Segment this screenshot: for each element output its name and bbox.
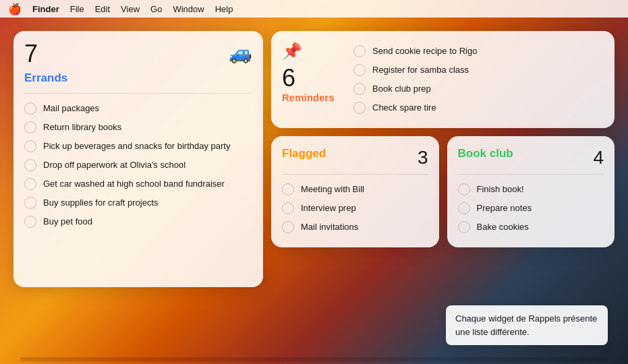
list-item: Finish book! <box>458 180 604 199</box>
flagged-header: Flagged 3 <box>282 147 428 169</box>
flagged-widget: Flagged 3 Meeting with Bill Interview pr… <box>271 136 439 247</box>
task-label: Meeting with Bill <box>301 184 364 195</box>
task-label: Prepare notes <box>477 203 532 214</box>
reminders-count: 6 <box>282 66 295 90</box>
list-item: Buy pet food <box>24 212 252 231</box>
task-checkbox[interactable] <box>24 197 36 209</box>
bookclub-count: 4 <box>593 147 604 169</box>
bottom-row: Flagged 3 Meeting with Bill Interview pr… <box>271 136 615 247</box>
menubar-edit[interactable]: Edit <box>95 4 110 14</box>
list-item: Return library books <box>24 118 252 137</box>
task-label: Get car washed at high school band fundr… <box>43 179 225 190</box>
pin-icon: 📌 <box>282 42 302 61</box>
list-item: Prepare notes <box>458 199 604 218</box>
list-item: Mail packages <box>24 99 252 118</box>
task-checkbox[interactable] <box>24 216 36 228</box>
task-label: Buy supplies for craft projects <box>43 198 159 209</box>
errands-divider <box>24 93 252 94</box>
task-label: Buy pet food <box>43 216 92 228</box>
menubar-file[interactable]: File <box>70 4 84 14</box>
task-checkbox[interactable] <box>458 221 470 233</box>
errands-count: 7 <box>24 42 38 66</box>
errands-header: 7 🚙 <box>24 42 252 66</box>
list-item: Mail invitations <box>282 218 428 237</box>
errands-icon: 🚙 <box>229 42 252 64</box>
task-label: Check spare tire <box>372 102 436 114</box>
menubar: 🍎 Finder File Edit View Go Window Help <box>0 0 628 18</box>
scroll-indicator[interactable] <box>20 357 608 361</box>
task-label: Bake cookies <box>477 222 529 233</box>
list-item: Drop off paperwork at Olivia's school <box>24 156 252 175</box>
list-item: Bake cookies <box>458 218 604 237</box>
task-checkbox[interactable] <box>282 221 294 233</box>
task-checkbox[interactable] <box>353 64 366 76</box>
bookclub-header: Book club 4 <box>458 147 604 169</box>
errands-widget: 7 🚙 Errands Mail packages Return library… <box>13 31 263 287</box>
apple-menu[interactable]: 🍎 <box>8 3 22 16</box>
task-label: Finish book! <box>477 184 524 195</box>
errands-title: Errands <box>24 71 252 85</box>
task-label: Interview prep <box>301 203 356 214</box>
task-label: Mail packages <box>43 103 99 115</box>
bookclub-widget: Book club 4 Finish book! Prepare notes B… <box>447 136 615 247</box>
menubar-view[interactable]: View <box>121 4 140 14</box>
list-item: Send cookie recipe to Rigo <box>353 42 604 61</box>
task-checkbox[interactable] <box>353 83 366 95</box>
task-checkbox[interactable] <box>24 121 36 133</box>
reminders-left: 📌 6 Reminders <box>282 42 343 111</box>
desktop-content: 7 🚙 Errands Mail packages Return library… <box>0 18 628 364</box>
task-checkbox[interactable] <box>24 159 36 171</box>
right-column: 📌 6 Reminders Send cookie recipe to Rigo… <box>271 31 615 247</box>
flagged-title: Flagged <box>282 147 326 160</box>
bookclub-divider <box>458 174 604 175</box>
task-checkbox[interactable] <box>24 140 36 152</box>
task-checkbox[interactable] <box>458 202 470 214</box>
reminders-title: Reminders <box>282 92 335 103</box>
task-checkbox[interactable] <box>24 178 36 190</box>
task-label: Book club prep <box>372 84 431 95</box>
list-item: Buy supplies for craft projects <box>24 193 252 212</box>
reminders-tasks: Send cookie recipe to Rigo Register for … <box>353 42 604 117</box>
menubar-finder[interactable]: Finder <box>32 4 59 14</box>
task-checkbox[interactable] <box>353 102 366 114</box>
task-checkbox[interactable] <box>282 183 294 195</box>
list-item: Book club prep <box>353 80 604 98</box>
menubar-help[interactable]: Help <box>215 4 233 14</box>
bookclub-title: Book club <box>458 147 513 160</box>
reminders-widget: 📌 6 Reminders Send cookie recipe to Rigo… <box>271 31 615 128</box>
list-item: Interview prep <box>282 199 428 218</box>
task-label: Send cookie recipe to Rigo <box>372 46 477 57</box>
flagged-count: 3 <box>418 147 428 169</box>
task-label: Return library books <box>43 122 121 133</box>
task-label: Drop off paperwork at Olivia's school <box>43 160 185 171</box>
flagged-divider <box>282 174 428 175</box>
task-checkbox[interactable] <box>24 102 36 115</box>
task-checkbox[interactable] <box>458 183 470 195</box>
task-label: Pick up beverages and snacks for birthda… <box>43 141 230 152</box>
task-label: Register for samba class <box>372 65 469 76</box>
list-item: Meeting with Bill <box>282 180 428 199</box>
list-item: Pick up beverages and snacks for birthda… <box>24 137 252 156</box>
task-label: Mail invitations <box>301 222 358 233</box>
list-item: Register for samba class <box>353 61 604 80</box>
task-checkbox[interactable] <box>282 202 294 214</box>
menubar-go[interactable]: Go <box>150 4 162 14</box>
task-checkbox[interactable] <box>353 45 366 57</box>
list-item: Get car washed at high school band fundr… <box>24 175 252 193</box>
menubar-window[interactable]: Window <box>173 4 204 14</box>
list-item: Check spare tire <box>353 98 604 117</box>
